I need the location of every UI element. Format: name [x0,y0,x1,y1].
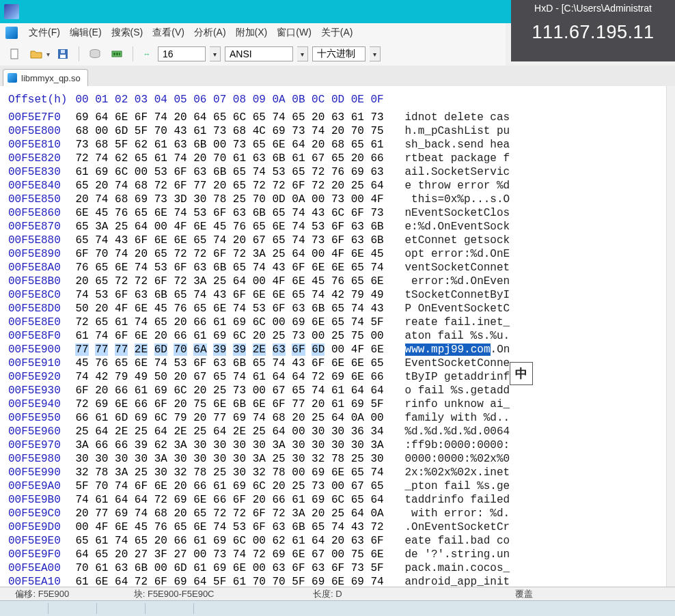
row-ascii[interactable]: nEventSocketClos [385,206,510,220]
taskbar-item[interactable] [97,603,146,614]
menu-analyze[interactable]: 分析(A) [194,27,226,39]
row-ascii[interactable]: sh_back.send hea [385,138,510,152]
hex-row[interactable]: 00F5E820 72 74 62 65 61 74 20 70 61 63 6… [8,152,667,165]
row-hex[interactable]: 6F 20 66 61 69 6C 20 25 73 00 67 65 74 6… [75,384,383,397]
hex-row[interactable]: 00F5E9C0 20 77 69 74 68 20 65 72 72 6F 7… [8,507,667,520]
bytes-per-line-input[interactable] [158,46,206,61]
row-ascii[interactable]: tSocketConnetByI [385,288,510,302]
row-hex[interactable]: 76 65 6E 74 53 6F 63 6B 65 74 43 6F 6E 6… [75,261,383,275]
row-hex[interactable]: 20 74 68 69 73 3D 30 78 25 70 0D 0A 00 7… [75,193,383,206]
row-ascii[interactable]: h.m_pCashList pu [385,124,510,138]
row-hex[interactable]: 5F 70 74 6F 6E 20 66 61 69 6C 20 25 73 0… [75,479,383,493]
row-ascii[interactable]: aton fail %s.%u. [385,329,510,343]
row-ascii[interactable]: e:%d.OnEventSock [385,220,510,234]
go-arrows-icon[interactable]: ↔ [140,45,154,63]
row-hex[interactable]: 6F 70 74 20 65 72 72 6F 72 3A 25 64 00 4… [75,247,383,261]
row-hex[interactable]: 3A 66 66 39 62 3A 30 30 30 30 3A 30 30 3… [75,438,383,452]
row-ascii[interactable]: reate fail.inet_ [385,316,510,329]
row-ascii[interactable]: with error: %d. [385,507,510,520]
hex-row[interactable]: 00F5E840 65 20 74 68 72 6F 77 20 65 72 7… [8,179,667,193]
taskbar-item[interactable] [146,603,194,614]
row-hex[interactable]: 45 76 65 6E 74 53 6F 63 6B 65 74 43 6F 6… [75,356,383,370]
hex-row[interactable]: 00F5E950 66 61 6D 69 6C 79 20 77 69 74 6… [8,411,667,425]
hex-row[interactable]: 00F5E9E0 65 61 74 65 20 66 61 69 6C 00 6… [8,534,667,548]
row-ascii[interactable]: ail.SocketServic [385,165,510,179]
row-hex[interactable]: 65 74 43 6F 6E 6E 65 74 20 67 65 74 73 6… [75,234,383,247]
hex-row[interactable]: 00F5E9A0 5F 70 74 6F 6E 20 66 61 69 6C 2… [8,479,667,493]
menu-window[interactable]: 窗口(W) [277,27,312,39]
taskbar-item[interactable] [49,603,97,614]
file-tab[interactable]: libmmyx_qp.so [3,69,88,87]
row-ascii[interactable]: error:%d.OnEven [385,275,510,288]
hex-row[interactable]: 00F5E940 72 69 6E 66 6F 20 75 6E 6B 6E 6… [8,397,667,411]
row-ascii[interactable]: 2x:%02x%02x.inet [385,466,510,479]
row-hex[interactable]: 77 77 77 2E 6D 70 6A 39 39 2E 63 6F 6D 0… [75,343,383,356]
hex-row[interactable]: 00F5E800 68 00 6D 5F 70 43 61 73 68 4C 6… [8,124,667,138]
row-hex[interactable]: 69 64 6E 6F 74 20 64 65 6C 65 74 65 20 6… [75,111,383,124]
hex-row[interactable]: 00F5E970 3A 66 66 39 62 3A 30 30 30 30 3… [8,438,667,452]
base-input[interactable] [312,46,366,61]
row-hex[interactable]: 73 68 5F 62 61 63 6B 00 73 65 6E 64 20 6… [75,138,383,152]
row-ascii[interactable]: _pton fail %s.ge [385,479,510,493]
menu-attach[interactable]: 附加(X) [236,27,268,39]
bytes-per-line-dropdown[interactable]: ▾ [210,46,221,61]
row-ascii[interactable]: rinfo unknow ai_ [385,397,510,411]
hex-row[interactable]: 00F5E8E0 72 65 61 74 65 20 66 61 69 6C 0… [8,316,667,329]
row-hex[interactable]: 74 53 6F 63 6B 65 74 43 6F 6E 6E 65 74 4… [75,288,383,302]
hex-row[interactable]: 00F5E890 6F 70 74 20 65 72 72 6F 72 3A 2… [8,247,667,261]
row-hex[interactable]: 61 69 6C 00 53 6F 63 6B 65 74 53 65 72 7… [75,165,383,179]
memory-icon[interactable] [108,45,126,63]
row-hex[interactable]: 00 4F 6E 45 76 65 6E 74 53 6F 63 6B 65 7… [75,520,383,534]
hex-row[interactable]: 00F5E880 65 74 43 6F 6E 6E 65 74 20 67 6… [8,234,667,247]
open-dropdown-arrow[interactable]: ▾ [46,51,50,58]
save-button[interactable] [54,45,72,63]
row-hex[interactable]: 6E 45 76 65 6E 74 53 6F 63 6B 65 74 43 6… [75,206,383,220]
row-ascii[interactable]: .OnEventSocketCr [385,520,510,534]
open-file-button[interactable] [27,45,45,63]
row-hex[interactable]: 61 74 6F 6E 20 66 61 69 6C 20 25 73 00 2… [75,329,383,343]
row-ascii[interactable]: tByIP getaddrinf [385,370,510,384]
row-ascii[interactable]: www.mpj99.com.On [385,343,510,356]
ime-indicator[interactable]: 中 [510,362,533,385]
row-hex[interactable]: 25 64 2E 25 64 2E 25 64 2E 25 64 00 30 3… [75,425,383,438]
hex-row[interactable]: 00F5E8C0 74 53 6F 63 6B 65 74 43 6F 6E 6… [8,288,667,302]
vertical-scrollbar[interactable] [666,86,675,587]
row-hex[interactable]: 64 65 20 27 3F 27 00 73 74 72 69 6E 67 0… [75,548,383,561]
hex-row[interactable]: 00F5E8A0 76 65 6E 74 53 6F 63 6B 65 74 4… [8,261,667,275]
hex-row[interactable]: 00F5E870 65 3A 25 64 00 4F 6E 45 76 65 6… [8,220,667,234]
hex-row[interactable]: 00F5E9D0 00 4F 6E 45 76 65 6E 74 53 6F 6… [8,520,667,534]
charset-dropdown[interactable]: ▾ [297,46,308,61]
hex-row[interactable]: 00F5E980 30 30 30 30 3A 30 30 30 30 3A 2… [8,452,667,466]
row-hex[interactable]: 65 20 74 68 72 6F 77 20 65 72 72 6F 72 2… [75,179,383,193]
row-ascii[interactable]: idnot delete cas [385,111,510,124]
storage-icon[interactable] [86,45,104,63]
hex-row[interactable]: 00F5E8B0 20 65 72 72 6F 72 3A 25 64 00 4… [8,275,667,288]
row-ascii[interactable]: pack.main.cocos_ [385,561,510,575]
hex-row[interactable]: 00F5E920 74 42 79 49 50 20 67 65 74 61 6… [8,370,667,384]
hex-row[interactable]: 00F5E810 73 68 5F 62 61 63 6B 00 73 65 6… [8,138,667,152]
hex-row[interactable]: 00F5E850 20 74 68 69 73 3D 30 78 25 70 0… [8,193,667,206]
hex-row[interactable]: 00F5E900 77 77 77 2E 6D 70 6A 39 39 2E 6… [8,343,667,356]
row-ascii[interactable]: family with %d.. [385,411,510,425]
row-ascii[interactable]: o fail %s.getadd [385,384,510,397]
hex-row[interactable]: 00F5E9B0 74 61 64 64 72 69 6E 66 6F 20 6… [8,493,667,507]
hex-row[interactable]: 00F5E830 61 69 6C 00 53 6F 63 6B 65 74 5… [8,165,667,179]
row-hex[interactable]: 65 61 74 65 20 66 61 69 6C 00 62 61 64 2… [75,534,383,548]
row-hex[interactable]: 50 20 4F 6E 45 76 65 6E 74 53 6F 63 6B 6… [75,302,383,316]
row-ascii[interactable]: P OnEventSocketC [385,302,510,316]
row-ascii[interactable]: ventSocketConnet [385,261,510,275]
hex-row[interactable]: 00F5EA00 70 61 63 6B 00 6D 61 69 6E 00 6… [8,561,667,575]
row-ascii[interactable]: e throw error %d [385,179,510,193]
row-ascii[interactable]: android_app_init [385,575,510,587]
new-file-button[interactable] [5,45,23,63]
row-ascii[interactable]: %d.%d.%d.%d.0064 [385,425,510,438]
row-hex[interactable]: 20 77 69 74 68 20 65 72 72 6F 72 3A 20 2… [75,507,383,520]
row-hex[interactable]: 66 61 6D 69 6C 79 20 77 69 74 68 20 25 6… [75,411,383,425]
row-hex[interactable]: 68 00 6D 5F 70 43 61 73 68 4C 69 73 74 2… [75,124,383,138]
row-ascii[interactable]: eate fail.bad co [385,534,510,548]
row-ascii[interactable]: etConnet getsock [385,234,510,247]
menu-search[interactable]: 搜索(S) [111,27,143,39]
hex-editor-panel[interactable]: Offset(h)00 01 02 03 04 05 06 07 08 09 0… [0,86,667,587]
menu-about[interactable]: 关于(A) [321,27,353,39]
row-hex[interactable]: 65 3A 25 64 00 4F 6E 45 76 65 6E 74 53 6… [75,220,383,234]
